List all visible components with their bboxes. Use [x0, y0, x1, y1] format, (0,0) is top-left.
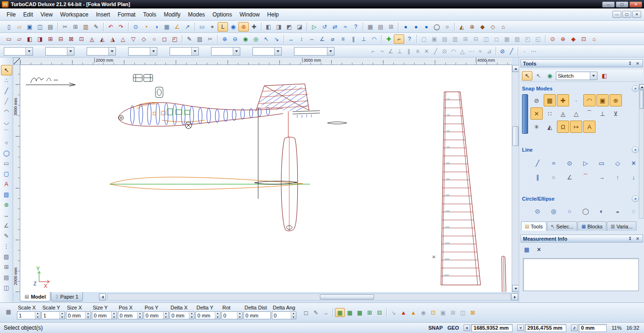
palette-tab[interactable]: ▦Blocks: [578, 221, 606, 231]
toolbar-icon[interactable]: ◭: [457, 22, 467, 32]
toolbar-icon[interactable]: ↘: [271, 34, 282, 44]
inspector-tool-icon[interactable]: ◫: [458, 308, 468, 317]
inspector-tool-icon[interactable]: ◻: [301, 308, 311, 317]
toolbar-icon[interactable]: ◻: [159, 34, 170, 44]
toolbar-icon[interactable]: ◱: [533, 34, 543, 44]
toolbar-icon[interactable]: ✕: [422, 47, 431, 56]
toolbar-icon[interactable]: ▨: [195, 34, 205, 44]
toolbar-icon[interactable]: ▭: [197, 22, 207, 32]
canvas-horizontal-scrollbar[interactable]: [107, 293, 511, 301]
toolbar-icon[interactable]: ⊕: [558, 34, 568, 44]
toolbar-icon[interactable]: ◮: [107, 34, 118, 44]
snap-mode-icon[interactable]: ⊕: [610, 94, 622, 106]
measurement-info-header[interactable]: Measurement Info ↧ ✕: [521, 235, 643, 243]
line-tool-icon[interactable]: ∠: [562, 171, 577, 183]
inspector-tool-icon[interactable]: ✎: [311, 308, 321, 317]
menu-item[interactable]: View: [37, 9, 57, 20]
toolbar-icon[interactable]: ⊕: [220, 34, 230, 44]
toolbar-icon[interactable]: ▤: [45, 22, 56, 32]
geo-toggle[interactable]: GEO: [448, 325, 459, 331]
scroll-down-button[interactable]: [512, 285, 519, 292]
snap-mode-icon[interactable]: ▦: [544, 94, 556, 106]
pin-icon[interactable]: ↧: [627, 60, 633, 66]
drawing-tool-icon[interactable]: ✎: [1, 231, 12, 241]
inspector-tool-icon[interactable]: ⊞: [365, 308, 375, 317]
spinner-control[interactable]: [189, 312, 194, 319]
dropdown-arrow-icon[interactable]: [233, 48, 240, 55]
toolbar-icon[interactable]: ⊕: [467, 22, 477, 32]
line-tool-icon[interactable]: ◇: [611, 157, 625, 169]
toolbar-icon[interactable]: △: [458, 47, 467, 56]
spinner-control[interactable]: [291, 312, 296, 319]
circle-tool-icon[interactable]: ◎: [546, 205, 561, 217]
drawing-tool-icon[interactable]: ╱: [1, 96, 12, 106]
menu-item[interactable]: File: [3, 9, 19, 20]
drawing-tool-icon[interactable]: ∴: [1, 75, 12, 86]
toolbar-icon[interactable]: ●: [411, 22, 421, 32]
toolbar-icon[interactable]: ▯: [4, 22, 14, 32]
mdi-restore-button[interactable]: ▢: [622, 11, 631, 18]
menu-item[interactable]: Insert: [92, 9, 114, 20]
line-tool-icon[interactable]: →: [595, 171, 609, 183]
toolbar-icon[interactable]: ▣: [24, 22, 35, 32]
drawing-tool-icon[interactable]: ◫: [1, 283, 12, 293]
snap-mode-icon[interactable]: ⊘: [530, 94, 543, 106]
toolbar-icon[interactable]: ⊖: [230, 34, 240, 44]
inspector-tool-icon[interactable]: ▦: [345, 308, 355, 317]
toolbar-icon[interactable]: ⊙: [440, 47, 449, 56]
toolbar-icon[interactable]: ◰: [522, 34, 533, 44]
toolbar-icon[interactable]: ▱: [14, 34, 24, 44]
toolbar-icon[interactable]: ◉: [240, 34, 251, 44]
inspector-field-input[interactable]: 0 mm: [244, 311, 271, 319]
airfoil-profile[interactable]: [110, 177, 310, 190]
measurement-tool-icon[interactable]: ▦: [522, 245, 531, 254]
toolbar-icon[interactable]: ⌖: [207, 22, 218, 32]
toolbar-icon[interactable]: ✎: [184, 34, 195, 44]
toolbar-icon[interactable]: ≈: [476, 47, 485, 56]
drawing-tool-icon[interactable]: ⋮: [1, 241, 12, 252]
inspector-field-input[interactable]: 0 mm: [170, 311, 195, 319]
drawing-tool-icon[interactable]: ⊛: [1, 200, 12, 210]
inspector-tool-icon[interactable]: ⊞: [448, 308, 458, 317]
airplane-side-view[interactable]: [118, 84, 347, 129]
mdi-close-button[interactable]: ✕: [632, 11, 641, 18]
menu-item[interactable]: Format: [114, 9, 139, 20]
maximize-button[interactable]: ▢: [616, 1, 628, 8]
snap-mode-icon[interactable]: ✳: [530, 121, 543, 133]
toolbar-icon[interactable]: ▽: [128, 34, 139, 44]
snap-mode-icon[interactable]: A: [583, 121, 595, 133]
toolbar-icon[interactable]: ◆: [477, 22, 488, 32]
toolbar-icon[interactable]: ∥: [348, 34, 359, 44]
toolbar-icon[interactable]: ◆: [568, 34, 579, 44]
toolbar-icon[interactable]: ◫: [35, 22, 45, 32]
toolbar-icon[interactable]: ⊟: [56, 34, 66, 44]
toolbar-icon[interactable]: ◩: [284, 22, 294, 32]
dropdown-arrow-icon[interactable]: [191, 48, 198, 55]
spinner-control[interactable]: [237, 312, 242, 319]
toolbar-icon[interactable]: ◑: [151, 22, 162, 32]
spinner-control[interactable]: [35, 312, 40, 319]
inspector-tool-icon[interactable]: ◉: [418, 308, 428, 317]
aileron-part[interactable]: [502, 256, 506, 292]
toolbar-icon[interactable]: ∠: [386, 47, 395, 56]
menu-item[interactable]: Options: [209, 9, 236, 20]
toolbar-icon[interactable]: ⊞: [460, 34, 471, 44]
toolbar-dropdown[interactable]: [4, 47, 33, 56]
toolbar-icon[interactable]: ↕: [296, 34, 307, 44]
spinner-control[interactable]: [59, 312, 65, 319]
toolbar-icon[interactable]: ◪: [294, 22, 305, 32]
toolbar-icon[interactable]: ▷: [309, 22, 319, 32]
line-tool-icon[interactable]: ▷: [579, 157, 593, 169]
toolbar-icon[interactable]: ↺: [319, 22, 330, 32]
toolbar-icon[interactable]: ⊡: [579, 34, 589, 44]
drawing-tool-icon[interactable]: ◠: [1, 106, 12, 117]
toolbar-dropdown[interactable]: [87, 47, 116, 56]
palette-scrollbar[interactable]: [639, 84, 644, 219]
toolbar-icon[interactable]: ↔: [286, 34, 296, 44]
toolbar-icon[interactable]: L: [218, 22, 228, 32]
drawing-tool-icon[interactable]: ↔: [1, 210, 12, 220]
ruler-corner[interactable]: [13, 57, 20, 65]
toolbar-icon[interactable]: ⌀: [327, 34, 338, 44]
inspector-tool-icon[interactable]: →: [321, 308, 331, 317]
inspector-field-input[interactable]: 0 mm: [144, 311, 169, 319]
